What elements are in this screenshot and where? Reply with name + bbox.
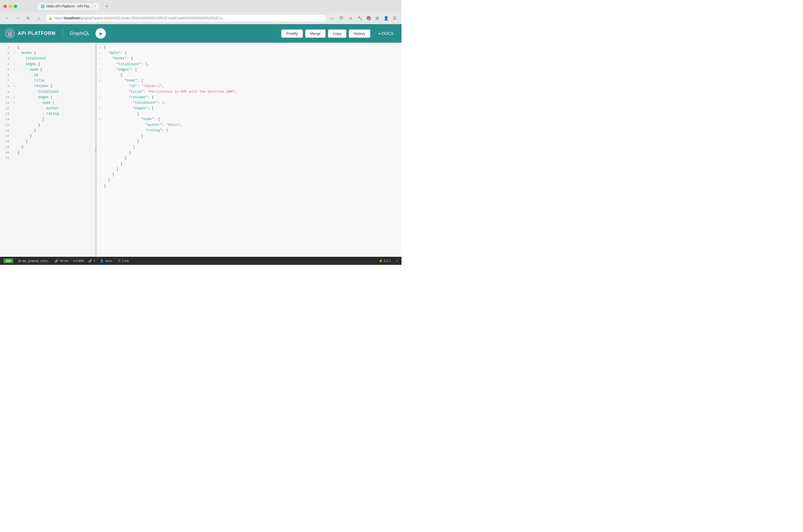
fold-toggle[interactable]: ▾: [13, 84, 16, 89]
editor-line: 4▾ edges {: [0, 62, 97, 67]
query-editor-panel: 1{2▾ books {3 totalCount4▾ edges {5▾ nod…: [0, 43, 97, 257]
logo-area: 🤖 API PLATFORM: [5, 28, 56, 39]
fold-toggle[interactable]: ▾: [13, 95, 16, 100]
user-item: 👤 anon.: [100, 259, 113, 263]
line-number: 5: [1, 68, 9, 73]
line-content: {: [17, 45, 94, 51]
result-fold-toggle[interactable]: ▾: [98, 56, 102, 61]
split-view-icon[interactable]: ⊞: [374, 15, 381, 22]
result-content: "edges": [: [104, 67, 137, 73]
traffic-light-green[interactable]: [14, 5, 17, 8]
tab-close-button[interactable]: ×: [94, 5, 96, 8]
browser-actions: 🔧 📚 ⊞ 👤 ☰: [357, 15, 398, 22]
shield-icon: 🛡: [338, 15, 345, 22]
menu-icon[interactable]: ☰: [391, 15, 398, 22]
result-content: "node": {: [104, 117, 160, 122]
result-content: "author": "Kévin",: [104, 122, 183, 128]
result-content: {: [104, 45, 106, 51]
requests-icon: 🔗: [55, 259, 58, 263]
more-button[interactable]: ···: [329, 15, 336, 22]
fold-toggle[interactable]: ▾: [13, 51, 16, 56]
line-number: 9: [1, 90, 9, 95]
version-text: 5.2.1: [384, 259, 391, 263]
result-fold-toggle[interactable]: ▾: [98, 45, 102, 50]
result-content: }: [104, 150, 131, 156]
result-content: }: [104, 178, 110, 183]
result-content: "totalCount": 1,: [104, 62, 149, 67]
result-line: }: [97, 156, 401, 161]
docs-toggle-button[interactable]: ◂ DOCS: [375, 30, 397, 37]
panel-resizer[interactable]: [95, 43, 97, 257]
result-content: "totalCount": 1,: [104, 100, 166, 106]
line-number: 4: [1, 62, 9, 67]
editor-line: 19 }: [0, 145, 97, 150]
line-content: }: [17, 145, 94, 150]
profile-icon[interactable]: 👤: [382, 15, 389, 22]
line-number: 11: [1, 100, 9, 106]
bookmark-star-icon[interactable]: ☆: [347, 15, 354, 22]
traffic-light-yellow[interactable]: [8, 5, 12, 8]
back-button[interactable]: ←: [3, 14, 12, 22]
url-bar[interactable]: 🔒 https://localhost/graphql?query={%0A%2…: [45, 14, 327, 22]
result-content: "id": "/books/1",: [104, 83, 164, 89]
editor-line: 16 }: [0, 128, 97, 133]
editor-line: 3 totalCount: [0, 56, 97, 61]
query-editor[interactable]: 1{2▾ books {3 totalCount4▾ edges {5▾ nod…: [0, 43, 97, 257]
result-line: ]: [97, 167, 401, 172]
line-number: 14: [1, 117, 9, 122]
browser-tab[interactable]: 🌐 Hello API Platform - API Platfor... ×: [37, 2, 100, 10]
result-line: ]: [97, 145, 401, 150]
result-fold-toggle[interactable]: ▾: [98, 51, 102, 56]
result-fold-toggle[interactable]: ▾: [98, 79, 102, 83]
result-content: ]: [104, 145, 135, 150]
tab-title: Hello API Platform - API Platfor...: [47, 4, 93, 8]
result-content: "node": {: [104, 78, 143, 83]
docs-label: DOCS: [382, 31, 394, 36]
editor-line: 10▾ edges {: [0, 95, 97, 100]
result-content: }: [104, 156, 127, 161]
links-item: 🔗 2: [88, 259, 95, 263]
http-status-code: 200: [3, 259, 13, 263]
line-number: 20: [1, 150, 9, 156]
refresh-button[interactable]: ↻: [24, 14, 32, 22]
merge-button[interactable]: Merge: [305, 30, 326, 38]
result-content: }: [104, 172, 114, 177]
prettify-button[interactable]: Prettify: [281, 30, 303, 38]
query-time: 1 ms: [122, 259, 129, 263]
execute-query-button[interactable]: ▶: [95, 28, 106, 39]
line-content: }: [17, 122, 94, 128]
endpoint-text: @ api_graphql_entry...: [18, 259, 50, 263]
traffic-light-red[interactable]: [3, 5, 7, 8]
logo-icon: 🤖: [5, 28, 15, 39]
line-content: node {: [17, 100, 94, 106]
result-fold-toggle[interactable]: ▾: [98, 106, 102, 111]
line-content: id: [17, 73, 94, 78]
forward-button[interactable]: →: [14, 14, 22, 22]
result-fold-toggle[interactable]: ▾: [98, 95, 102, 100]
history-button[interactable]: History: [349, 30, 370, 38]
fold-toggle[interactable]: ▾: [13, 62, 16, 67]
result-content: "data": {: [104, 51, 127, 56]
home-button[interactable]: ⌂: [35, 14, 43, 22]
result-line: "title": "Persistence in PHP with the Do…: [97, 89, 401, 95]
copy-button[interactable]: Copy: [328, 30, 346, 38]
header-divider: [62, 29, 63, 38]
query-time-item: ⏱ 1 ms: [118, 259, 129, 263]
result-line: ▾ "edges": [: [97, 67, 401, 73]
editor-line: 21: [0, 156, 97, 161]
result-content: {: [104, 111, 139, 117]
editor-line: 5▾ node {: [0, 67, 97, 73]
bookmarks-icon[interactable]: 📚: [365, 15, 372, 22]
result-panel: ▾{▾ "data": {▾ "books": { "totalCount": …: [97, 43, 401, 257]
result-fold-toggle[interactable]: ▾: [98, 117, 102, 122]
editor-line: 8▾ reviews {: [0, 83, 97, 89]
editor-line: 18 }: [0, 139, 97, 145]
new-tab-button[interactable]: +: [103, 3, 110, 10]
extensions-icon[interactable]: 🔧: [357, 15, 363, 22]
result-fold-toggle[interactable]: ▾: [98, 68, 102, 72]
line-content: books {: [17, 51, 94, 56]
security-lock-icon: 🔒: [49, 17, 52, 20]
close-status-button[interactable]: ×: [396, 259, 398, 263]
fold-toggle[interactable]: ▾: [13, 101, 16, 106]
fold-toggle[interactable]: ▾: [13, 68, 16, 72]
